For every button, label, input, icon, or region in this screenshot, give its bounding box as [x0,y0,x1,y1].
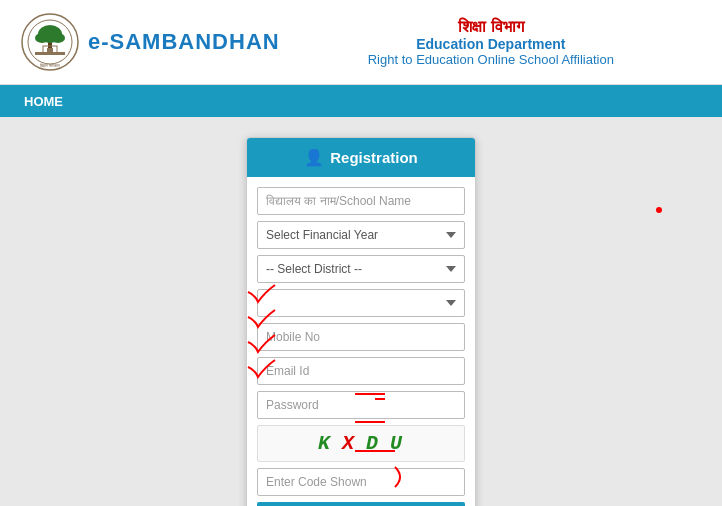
red-dot-decoration [656,207,662,213]
svg-point-5 [51,33,65,43]
captcha-char-3: D [366,432,380,455]
navbar: HOME [0,85,722,117]
registration-card: 👤 Registration Select Financial Year -- … [246,137,476,506]
header-hindi-title: शिक्षा विभाग [280,18,702,36]
main-content: 👤 Registration Select Financial Year -- … [0,117,722,506]
financial-year-select[interactable]: Select Financial Year [257,221,465,249]
svg-point-4 [35,33,49,43]
svg-rect-8 [47,48,53,54]
mobile-input[interactable] [257,323,465,351]
card-body: Select Financial Year -- Select District… [247,177,475,506]
card-title: Registration [330,149,418,166]
emblem-logo: बिहार सरकार [20,12,80,72]
school-name-input[interactable] [257,187,465,215]
captcha-char-4: U [390,432,404,455]
app-header: बिहार सरकार e-SAMBANDHAN शिक्षा विभाग Ed… [0,0,722,85]
header-eng-line2: Right to Education Online School Affilia… [280,52,702,67]
svg-text:बिहार सरकार: बिहार सरकार [39,63,60,68]
header-center: शिक्षा विभाग Education Department Right … [280,18,702,67]
nav-home[interactable]: HOME [16,90,71,113]
captcha-input[interactable] [257,468,465,496]
header-eng-line1: Education Department [280,36,702,52]
registration-icon: 👤 [304,148,324,167]
captcha-char-1: K [318,432,332,455]
site-title: e-SAMBANDHAN [88,29,280,55]
password-input[interactable] [257,391,465,419]
logo-area: बिहार सरकार e-SAMBANDHAN [20,12,280,72]
block-select[interactable] [257,289,465,317]
email-input[interactable] [257,357,465,385]
register-button[interactable]: Register [257,502,465,506]
district-select[interactable]: -- Select District -- [257,255,465,283]
card-header: 👤 Registration [247,138,475,177]
captcha-char-2: X [342,432,356,455]
captcha-display: K X D U [257,425,465,462]
